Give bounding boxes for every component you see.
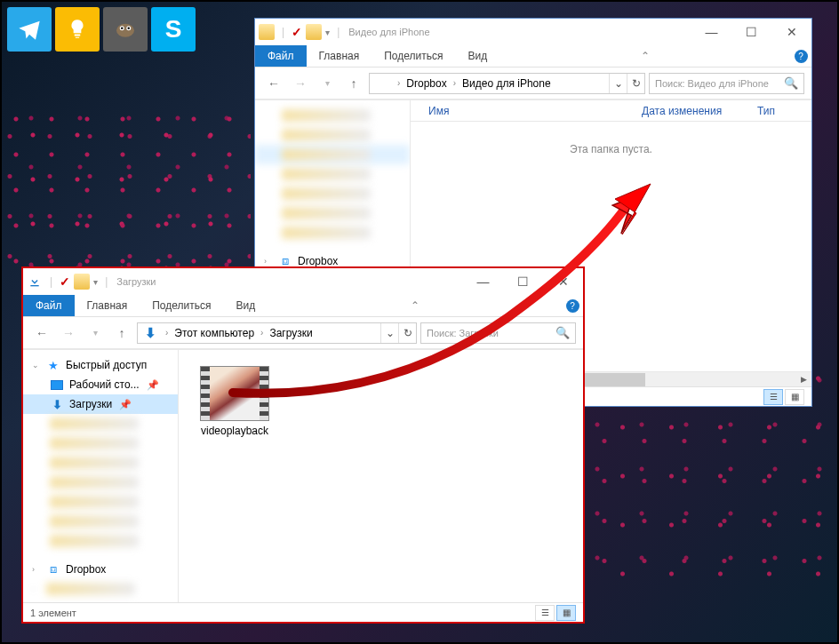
close-button[interactable]: ✕ bbox=[543, 269, 583, 294]
sidebar-item-blurred[interactable] bbox=[255, 203, 410, 223]
minimize-button[interactable]: — bbox=[463, 269, 503, 294]
qat-dropdown-icon[interactable]: ▾ bbox=[93, 277, 98, 287]
nav-back-button[interactable]: ← bbox=[262, 72, 285, 95]
sidebar-item-blurred[interactable] bbox=[23, 492, 178, 512]
tab-view[interactable]: Вид bbox=[223, 295, 268, 316]
breadcrumb[interactable]: ⬇ › Этот компьютер › Загрузки ⌄ ↻ bbox=[137, 322, 417, 344]
taskbar: S bbox=[7, 7, 196, 52]
ribbon-collapse-icon[interactable]: ⌃ bbox=[635, 45, 656, 67]
titlebar[interactable]: | ✓ ▾ | Видео для iPhone — ☐ ✕ bbox=[255, 19, 811, 45]
sidebar-item-blurred[interactable] bbox=[255, 125, 410, 145]
sidebar-item-blurred[interactable] bbox=[255, 164, 410, 184]
tips-icon[interactable] bbox=[55, 7, 100, 52]
nav-pane[interactable]: ⌄ ★ Быстрый доступ Рабочий сто... 📌 ⬇ За… bbox=[23, 350, 179, 602]
sidebar-item-blurred[interactable] bbox=[23, 433, 178, 453]
search-placeholder: Поиск: Видео для iPhone bbox=[655, 78, 769, 89]
address-bar: ← → ▾ ↑ › Dropbox › Видео для iPhone ⌄ ↻… bbox=[255, 68, 811, 99]
nav-up-button[interactable]: ↑ bbox=[342, 72, 365, 95]
sidebar-item-blurred[interactable] bbox=[23, 512, 178, 531]
address-dropdown-icon[interactable]: ⌄ bbox=[380, 323, 398, 343]
gimp-icon[interactable] bbox=[103, 7, 148, 52]
crumb-this-pc[interactable]: Этот компьютер bbox=[171, 323, 258, 343]
collapse-icon[interactable]: ⌄ bbox=[32, 361, 41, 370]
sidebar-item-blurred[interactable] bbox=[23, 473, 178, 492]
tab-file[interactable]: Файл bbox=[255, 45, 307, 67]
sidebar-item-blurred[interactable] bbox=[23, 453, 178, 473]
tab-view[interactable]: Вид bbox=[455, 45, 499, 67]
search-input[interactable]: Поиск: Загрузки 🔍 bbox=[420, 322, 576, 344]
column-header-date[interactable]: Дата изменения bbox=[635, 100, 750, 121]
content-pane[interactable]: videoplayback bbox=[179, 350, 583, 602]
sidebar-item-blurred[interactable] bbox=[255, 223, 410, 242]
video-thumbnail bbox=[200, 366, 269, 421]
crumb-video-iphone[interactable]: Видео для iPhone bbox=[459, 74, 555, 93]
column-header-type[interactable]: Тип bbox=[750, 100, 782, 121]
tab-file[interactable]: Файл bbox=[23, 295, 75, 316]
crumb-downloads[interactable]: Загрузки bbox=[266, 323, 316, 343]
refresh-button[interactable]: ↻ bbox=[627, 74, 644, 93]
titlebar[interactable]: | ✓ ▾ | Загрузки — ☐ ✕ bbox=[23, 268, 583, 295]
view-icons-button[interactable]: ▦ bbox=[556, 605, 576, 621]
nav-recent-dropdown[interactable]: ▾ bbox=[84, 322, 107, 345]
folder-icon bbox=[74, 274, 90, 290]
dropbox-icon: ⧈ bbox=[46, 562, 60, 576]
file-list[interactable]: videoplayback bbox=[179, 350, 583, 602]
sidebar-item-blurred[interactable] bbox=[255, 106, 410, 125]
search-input[interactable]: Поиск: Видео для iPhone 🔍 bbox=[649, 73, 804, 94]
close-button[interactable]: ✕ bbox=[771, 20, 811, 44]
nav-up-button[interactable]: ↑ bbox=[110, 322, 133, 345]
nav-back-button[interactable]: ← bbox=[30, 322, 53, 345]
refresh-button[interactable]: ↻ bbox=[398, 323, 416, 343]
search-icon[interactable]: 🔍 bbox=[555, 326, 570, 339]
status-item-count: 1 элемент bbox=[30, 608, 76, 618]
nav-forward-button[interactable]: → bbox=[289, 72, 312, 95]
sidebar-item-quick-access[interactable]: ⌄ ★ Быстрый доступ bbox=[23, 355, 178, 375]
help-button[interactable]: ? bbox=[790, 45, 811, 67]
sidebar-item-blurred[interactable] bbox=[23, 531, 178, 551]
column-header-name[interactable]: Имя bbox=[421, 100, 635, 121]
explorer-window-downloads: | ✓ ▾ | Загрузки — ☐ ✕ Файл Главная Поде… bbox=[21, 266, 585, 624]
nav-forward-button[interactable]: → bbox=[57, 322, 80, 345]
telegram-icon[interactable] bbox=[7, 7, 52, 52]
qat-dropdown-icon[interactable]: ▾ bbox=[325, 28, 330, 37]
sidebar-item-desktop[interactable]: Рабочий сто... 📌 bbox=[23, 375, 178, 394]
tab-home[interactable]: Главная bbox=[75, 295, 140, 316]
breadcrumb[interactable]: › Dropbox › Видео для iPhone ⌄ ↻ bbox=[369, 73, 645, 94]
sidebar-item-label: Dropbox bbox=[66, 563, 106, 576]
svg-point-4 bbox=[128, 28, 131, 30]
sidebar-item-blurred[interactable] bbox=[23, 414, 178, 433]
tab-share[interactable]: Поделиться bbox=[372, 45, 455, 67]
view-details-button[interactable]: ☰ bbox=[535, 605, 555, 621]
expand-icon[interactable]: › bbox=[32, 565, 41, 574]
help-button[interactable]: ? bbox=[562, 295, 583, 316]
tab-share[interactable]: Поделиться bbox=[140, 295, 223, 316]
file-item-videoplayback[interactable]: videoplayback bbox=[195, 366, 275, 437]
chevron-right-icon[interactable]: › bbox=[395, 78, 403, 88]
file-name: videoplayback bbox=[201, 425, 268, 437]
sidebar-item-blurred[interactable] bbox=[255, 184, 410, 203]
nav-recent-dropdown[interactable]: ▾ bbox=[316, 72, 339, 95]
tab-home[interactable]: Главная bbox=[307, 45, 372, 67]
chevron-right-icon[interactable]: › bbox=[163, 328, 171, 338]
address-dropdown-icon[interactable]: ⌄ bbox=[609, 74, 627, 93]
chevron-right-icon[interactable]: › bbox=[451, 78, 459, 88]
sidebar-item-dropbox[interactable]: › ⧈ Dropbox bbox=[23, 560, 178, 579]
view-icons-button[interactable]: ▦ bbox=[785, 389, 804, 405]
expand-icon[interactable]: › bbox=[264, 257, 273, 266]
ribbon-collapse-icon[interactable]: ⌃ bbox=[404, 295, 426, 316]
search-icon[interactable]: 🔍 bbox=[784, 76, 798, 90]
crumb-dropbox[interactable]: Dropbox bbox=[403, 74, 450, 93]
sidebar-item-blurred[interactable]: › bbox=[23, 579, 178, 599]
maximize-button[interactable]: ☐ bbox=[731, 20, 771, 44]
sidebar-item-downloads[interactable]: ⬇ Загрузки 📌 bbox=[23, 394, 178, 414]
scroll-right-icon[interactable]: ▶ bbox=[796, 373, 811, 386]
check-icon[interactable]: ✓ bbox=[60, 274, 70, 289]
chevron-right-icon[interactable]: › bbox=[258, 328, 266, 338]
check-icon[interactable]: ✓ bbox=[292, 25, 302, 39]
skype-icon[interactable]: S bbox=[151, 7, 196, 52]
minimize-button[interactable]: — bbox=[691, 20, 731, 44]
folder-icon bbox=[306, 24, 322, 40]
view-details-button[interactable]: ☰ bbox=[763, 389, 783, 405]
sidebar-item-blurred[interactable] bbox=[255, 145, 410, 164]
maximize-button[interactable]: ☐ bbox=[503, 269, 543, 294]
